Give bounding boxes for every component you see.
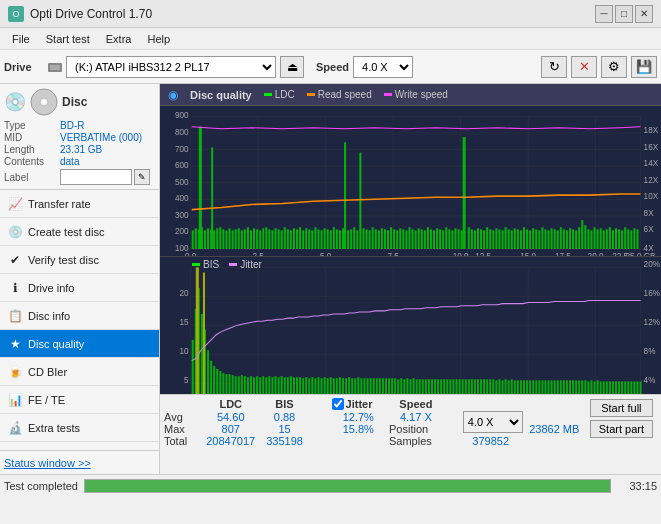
svg-rect-349 bbox=[541, 381, 543, 394]
window-controls: ─ □ ✕ bbox=[595, 5, 653, 23]
menu-bar: File Start test Extra Help bbox=[0, 28, 661, 50]
disc-label-edit-button[interactable]: ✎ bbox=[134, 169, 150, 185]
jitter-checkbox[interactable] bbox=[332, 398, 344, 410]
svg-rect-372 bbox=[612, 382, 614, 394]
svg-rect-113 bbox=[375, 229, 377, 249]
svg-rect-260 bbox=[268, 376, 270, 394]
svg-rect-332 bbox=[489, 380, 491, 394]
svg-rect-368 bbox=[600, 382, 602, 394]
svg-rect-297 bbox=[382, 378, 384, 394]
position-val: 23862 MB bbox=[523, 423, 586, 435]
svg-rect-259 bbox=[265, 377, 267, 394]
svg-rect-309 bbox=[419, 380, 421, 394]
svg-rect-127 bbox=[418, 228, 420, 249]
refresh-button[interactable]: ↻ bbox=[541, 56, 567, 78]
max-ldc: 807 bbox=[200, 423, 261, 435]
sidebar-item-disc-quality[interactable]: ★ Disc quality bbox=[0, 330, 159, 358]
svg-rect-331 bbox=[486, 380, 488, 394]
sidebar-item-fe-te[interactable]: 📊 FE / TE bbox=[0, 386, 159, 414]
cd-bier-icon: 🍺 bbox=[6, 363, 24, 381]
svg-rect-241 bbox=[216, 369, 218, 394]
svg-text:4%: 4% bbox=[644, 377, 656, 386]
svg-rect-80 bbox=[275, 228, 277, 249]
svg-rect-132 bbox=[433, 230, 435, 249]
status-window-button[interactable]: Status window >> bbox=[4, 457, 91, 469]
menu-extra[interactable]: Extra bbox=[98, 31, 140, 47]
svg-rect-116 bbox=[384, 229, 386, 249]
drive-icon bbox=[46, 58, 64, 76]
position-label: Position bbox=[389, 423, 443, 435]
svg-rect-279 bbox=[327, 378, 329, 394]
chart-icon: ◉ bbox=[168, 88, 178, 102]
svg-rect-162 bbox=[526, 229, 528, 249]
maximize-button[interactable]: □ bbox=[615, 5, 633, 23]
svg-rect-361 bbox=[578, 381, 580, 394]
svg-rect-366 bbox=[594, 382, 596, 394]
speed-select[interactable]: 4.0 X bbox=[353, 56, 413, 78]
svg-rect-84 bbox=[287, 229, 289, 249]
svg-rect-152 bbox=[495, 228, 497, 249]
svg-rect-133 bbox=[436, 228, 438, 249]
main-content: 💿 Disc Type BD-R MID VERBATIMe (000) bbox=[0, 84, 661, 474]
bottom-chart-svg: 0 5 10 15 20 0% 4% 8% 12% 16% 20% bbox=[160, 257, 661, 394]
svg-text:18X: 18X bbox=[644, 126, 659, 135]
svg-rect-193 bbox=[621, 230, 623, 249]
sidebar-item-transfer-rate[interactable]: 📈 Transfer rate bbox=[0, 190, 159, 218]
svg-text:800: 800 bbox=[175, 128, 189, 137]
eject-button[interactable]: ⏏ bbox=[280, 56, 304, 78]
svg-rect-108 bbox=[356, 230, 358, 249]
svg-rect-138 bbox=[451, 230, 453, 249]
svg-rect-77 bbox=[265, 227, 267, 249]
menu-file[interactable]: File bbox=[4, 31, 38, 47]
settings-button[interactable]: ⚙ bbox=[601, 56, 627, 78]
svg-rect-264 bbox=[281, 376, 283, 394]
svg-rect-158 bbox=[514, 228, 516, 249]
svg-rect-128 bbox=[421, 229, 423, 249]
svg-rect-236 bbox=[201, 314, 203, 394]
sidebar-item-disc-info[interactable]: 📋 Disc info bbox=[0, 302, 159, 330]
sidebar-item-drive-info[interactable]: ℹ Drive info bbox=[0, 274, 159, 302]
disc-label-input[interactable] bbox=[60, 169, 132, 185]
svg-rect-375 bbox=[621, 382, 623, 394]
svg-rect-251 bbox=[241, 375, 243, 394]
save-button[interactable]: 💾 bbox=[631, 56, 657, 78]
svg-rect-136 bbox=[445, 227, 447, 249]
start-full-button[interactable]: Start full bbox=[590, 399, 653, 417]
svg-rect-306 bbox=[409, 380, 411, 394]
sidebar-item-create-test-disc[interactable]: 💿 Create test disc bbox=[0, 218, 159, 246]
menu-help[interactable]: Help bbox=[139, 31, 178, 47]
svg-rect-275 bbox=[314, 378, 316, 394]
close-button[interactable]: ✕ bbox=[635, 5, 653, 23]
svg-rect-256 bbox=[256, 376, 258, 394]
svg-rect-273 bbox=[308, 378, 310, 394]
drive-select[interactable]: (K:) ATAPI iHBS312 2 PL17 bbox=[66, 56, 276, 78]
progress-bar bbox=[85, 480, 610, 492]
sidebar-item-cd-bier[interactable]: 🍺 CD BIer bbox=[0, 358, 159, 386]
svg-rect-271 bbox=[302, 378, 304, 394]
svg-rect-182 bbox=[587, 229, 589, 249]
sidebar-item-extra-tests[interactable]: 🔬 Extra tests bbox=[0, 414, 159, 442]
svg-rect-171 bbox=[554, 229, 556, 249]
cancel-button[interactable]: ✕ bbox=[571, 56, 597, 78]
sidebar-item-cd-bier-label: CD BIer bbox=[28, 366, 67, 378]
svg-rect-323 bbox=[462, 380, 464, 394]
svg-rect-238 bbox=[207, 351, 209, 394]
menu-start-test[interactable]: Start test bbox=[38, 31, 98, 47]
svg-rect-176 bbox=[569, 228, 571, 249]
svg-rect-253 bbox=[247, 377, 249, 394]
svg-rect-154 bbox=[501, 230, 503, 249]
svg-rect-109 bbox=[362, 228, 364, 249]
minimize-button[interactable]: ─ bbox=[595, 5, 613, 23]
jitter-header: Jitter bbox=[346, 398, 373, 410]
svg-rect-137 bbox=[448, 229, 450, 249]
svg-rect-377 bbox=[627, 382, 629, 394]
speed-select-stats[interactable]: 4.0 X bbox=[463, 411, 523, 433]
svg-rect-365 bbox=[590, 381, 592, 394]
svg-rect-274 bbox=[311, 377, 313, 394]
start-part-button[interactable]: Start part bbox=[590, 420, 653, 438]
sidebar-item-verify-test-disc[interactable]: ✔ Verify test disc bbox=[0, 246, 159, 274]
avg-speed: 4.17 X bbox=[389, 411, 443, 423]
svg-rect-117 bbox=[387, 230, 389, 249]
svg-rect-290 bbox=[360, 378, 362, 394]
svg-rect-255 bbox=[253, 377, 255, 394]
